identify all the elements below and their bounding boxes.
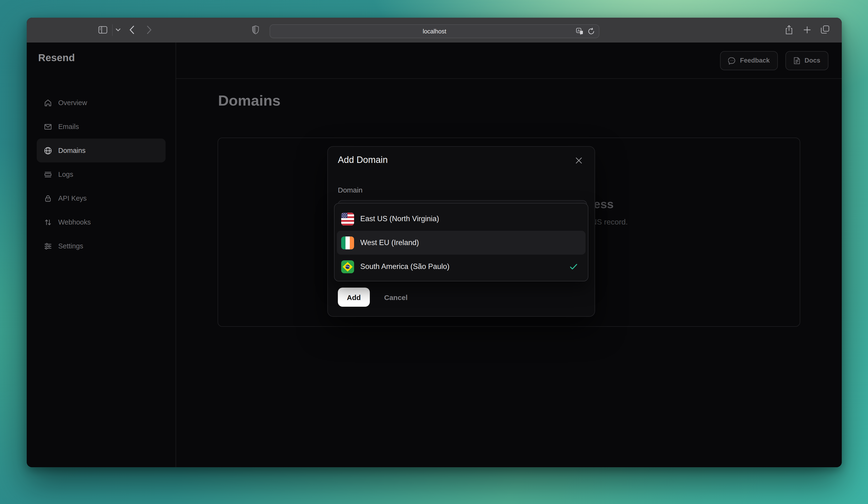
brazil-flag-icon (341, 260, 354, 273)
domain-field-label: Domain (338, 186, 362, 194)
region-option-south-america[interactable]: South America (São Paulo) (337, 255, 586, 279)
speech-bubble-icon (728, 57, 736, 64)
sidebar-item-label: API Keys (58, 194, 86, 202)
chevron-down-icon[interactable] (115, 28, 121, 31)
arrows-up-down-icon (44, 218, 52, 226)
modal-footer: Add Cancel (338, 288, 407, 307)
us-flag-icon (341, 212, 354, 225)
sidebar: Resend Overview (27, 42, 176, 467)
sidebar-item-webhooks[interactable]: Webhooks (37, 210, 166, 234)
close-icon[interactable] (575, 156, 583, 165)
sidebar-item-label: Overview (58, 99, 87, 107)
sidebar-item-label: Emails (58, 123, 79, 130)
page-title: Domains (218, 92, 281, 109)
region-option-west-eu[interactable]: West EU (Ireland) (337, 231, 586, 255)
modal-title: Add Domain (338, 155, 388, 165)
document-icon (794, 57, 800, 64)
sidebar-nav: Overview Emails (27, 91, 176, 258)
feedback-button-label: Feedback (740, 57, 770, 64)
sidebar-item-settings[interactable]: Settings (37, 234, 166, 258)
ireland-flag-icon (341, 236, 354, 249)
sidebar-item-overview[interactable]: Overview (37, 91, 166, 115)
globe-icon (44, 147, 52, 154)
sidebar-item-label: Settings (58, 242, 83, 250)
tab-overview-icon[interactable] (820, 25, 830, 34)
home-icon (44, 99, 52, 107)
logs-icon (44, 170, 52, 179)
app-header: Feedback Docs (176, 42, 842, 79)
forward-icon[interactable] (146, 25, 152, 34)
resend-logo[interactable]: Resend (38, 52, 75, 63)
add-domain-modal: Add Domain Domain (327, 146, 595, 317)
region-option-label: South America (São Paulo) (360, 262, 564, 271)
region-option-label: East US (North Virginia) (360, 214, 577, 223)
feedback-button[interactable]: Feedback (720, 51, 778, 70)
docs-button-label: Docs (805, 57, 820, 64)
sidebar-item-label: Domains (58, 147, 85, 154)
translate-icon[interactable]: A (576, 28, 583, 35)
cancel-button[interactable]: Cancel (384, 293, 407, 301)
region-option-east-us[interactable]: East US (North Virginia) (337, 207, 586, 231)
region-option-label: West EU (Ireland) (360, 239, 577, 247)
region-dropdown: East US (North Virginia) West EU (Irelan… (334, 203, 588, 281)
browser-window: localhost A (27, 18, 842, 467)
toolbar-divider (112, 24, 113, 36)
browser-toolbar: localhost A (27, 18, 842, 42)
address-bar-url: localhost (423, 28, 446, 34)
sidebar-item-logs[interactable]: Logs (37, 162, 166, 186)
svg-text:A: A (577, 28, 580, 32)
share-icon[interactable] (785, 25, 793, 35)
reload-icon[interactable] (588, 28, 595, 35)
sidebar-item-api-keys[interactable]: API Keys (37, 186, 166, 210)
new-tab-icon[interactable] (804, 26, 811, 33)
envelope-icon (44, 122, 52, 131)
sidebar-item-label: Webhooks (58, 218, 91, 226)
desktop-background: localhost A (0, 0, 868, 504)
sidebar-item-domains[interactable]: Domains (37, 139, 166, 162)
sidebar-item-emails[interactable]: Emails (37, 115, 166, 139)
sliders-icon (44, 242, 52, 250)
lock-icon (44, 194, 52, 202)
sidebar-item-label: Logs (58, 171, 73, 178)
shield-icon[interactable] (252, 25, 259, 34)
check-icon (570, 263, 577, 270)
sidebar-toggle-icon[interactable] (98, 26, 107, 34)
back-icon[interactable] (129, 25, 135, 34)
docs-button[interactable]: Docs (785, 51, 828, 70)
add-button[interactable]: Add (338, 288, 370, 307)
address-bar[interactable]: localhost A (270, 24, 599, 38)
